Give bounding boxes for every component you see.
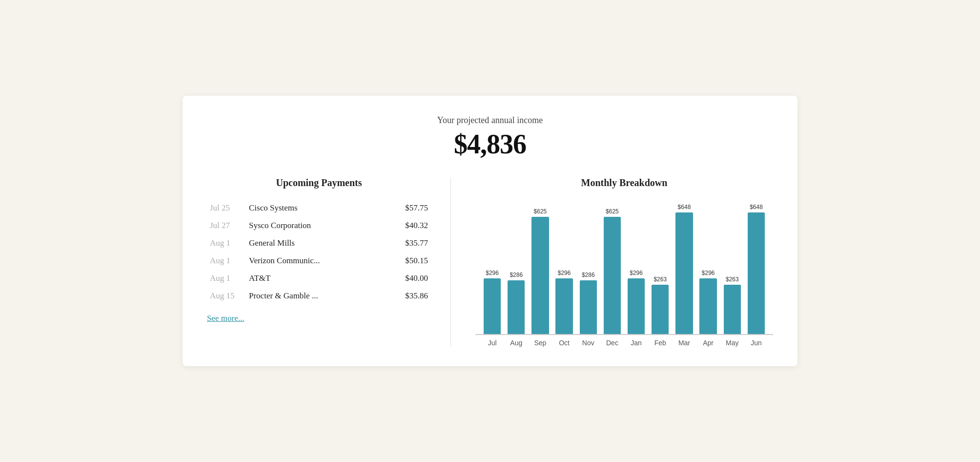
bar [652,285,669,334]
bar-group: $648 [744,204,768,334]
payment-row: Jul 25 Cisco Systems $57.75 [207,199,431,217]
payment-row: Aug 15 Procter & Gamble ... $35.86 [207,287,431,305]
bar-value-label: $286 [582,272,595,278]
bar-group: $625 [528,208,552,334]
payment-date: Jul 25 [207,199,246,217]
month-label: Apr [696,336,720,347]
upcoming-payments-title: Upcoming Payments [207,177,431,189]
bar-value-label: $286 [510,272,523,278]
bar [508,280,525,334]
month-label: Mar [672,336,696,347]
bars-container: $296 $286 $625 $296 $286 $625 $296 $263 … [475,198,773,335]
header-section: Your projected annual income $4,836 [207,115,773,160]
month-labels-row: JulAugSepOctNovDecJanFebMarAprMayJun [475,336,773,347]
month-label: Jul [480,336,504,347]
month-label: Jan [624,336,648,347]
bar-group: $648 [672,204,696,334]
bar-group: $286 [504,272,528,334]
bar [484,278,501,334]
bar-group: $263 [720,276,744,334]
bar-value-label: $263 [653,276,667,283]
month-label: Oct [552,336,576,347]
bar-value-label: $648 [750,204,763,210]
bar [555,278,572,334]
bar-value-label: $625 [606,208,619,215]
payment-row: Aug 1 General Mills $35.77 [207,234,431,252]
payments-table: Jul 25 Cisco Systems $57.75 Jul 27 Sysco… [207,199,431,305]
payment-date: Aug 1 [207,270,246,287]
bar-group: $296 [624,270,648,334]
payment-row: Jul 27 Sysco Corporation $40.32 [207,217,431,234]
upcoming-payments-panel: Upcoming Payments Jul 25 Cisco Systems $… [207,177,451,347]
payment-amount: $50.15 [381,252,431,270]
bar-group: $296 [480,270,504,334]
payment-company: Procter & Gamble ... [246,287,381,305]
bar-value-label: $263 [726,276,739,283]
bar-chart: $296 $286 $625 $296 $286 $625 $296 $263 … [475,198,773,347]
month-label: Aug [504,336,528,347]
payment-amount: $40.00 [381,270,431,287]
payment-date: Aug 1 [207,252,246,270]
bar-value-label: $648 [678,204,691,210]
content-row: Upcoming Payments Jul 25 Cisco Systems $… [207,177,773,347]
see-more-link[interactable]: See more... [207,314,244,323]
month-label: Nov [576,336,600,347]
bar-group: $296 [696,270,720,334]
monthly-breakdown-panel: Monthly Breakdown $296 $286 $625 $296 $2… [451,177,773,347]
month-label: Jun [744,336,768,347]
bar-group: $625 [600,208,624,334]
payment-company: General Mills [246,234,381,252]
month-label: May [720,336,744,347]
bar [675,212,693,334]
month-label: Sep [528,336,552,347]
payment-amount: $35.86 [381,287,431,305]
bar-group: $263 [648,276,672,334]
payment-company: Sysco Corporation [246,217,381,234]
payment-company: AT&T [246,270,381,287]
bar [724,285,741,334]
payment-amount: $35.77 [381,234,431,252]
income-amount: $4,836 [207,128,773,160]
income-subtitle: Your projected annual income [207,115,773,126]
bar-value-label: $625 [534,208,547,215]
payment-company: Cisco Systems [246,199,381,217]
bar [699,278,716,334]
payment-date: Aug 1 [207,234,246,252]
bar [628,278,645,334]
payment-row: Aug 1 Verizon Communic... $50.15 [207,252,431,270]
payment-amount: $40.32 [381,217,431,234]
bar [580,280,597,334]
month-label: Feb [648,336,672,347]
payment-row: Aug 1 AT&T $40.00 [207,270,431,287]
bar [748,212,765,334]
bar-group: $296 [552,270,576,334]
payment-date: Aug 15 [207,287,246,305]
bar-value-label: $296 [630,270,643,276]
main-card: Your projected annual income $4,836 Upco… [183,96,797,366]
payment-company: Verizon Communic... [246,252,381,270]
bar [604,217,621,334]
chart-title: Monthly Breakdown [475,177,773,189]
month-label: Dec [600,336,624,347]
bar-value-label: $296 [486,270,499,276]
bar-value-label: $296 [558,270,571,276]
payment-date: Jul 27 [207,217,246,234]
bar-group: $286 [576,272,600,334]
bar [531,217,549,334]
payment-amount: $57.75 [381,199,431,217]
bar-value-label: $296 [702,270,715,276]
